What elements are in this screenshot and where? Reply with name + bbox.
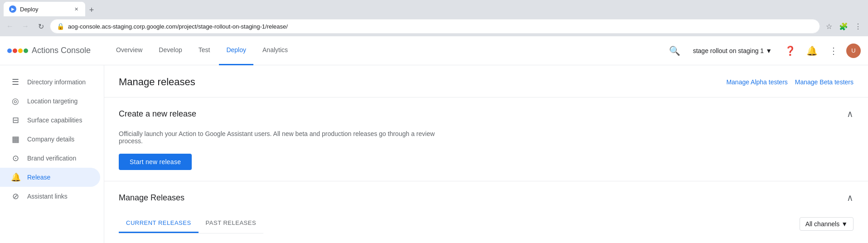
start-new-release-button[interactable]: Start new release: [119, 154, 192, 170]
table-header: Release name Channel Review status Modif…: [119, 237, 853, 243]
assistant-links-icon: ⊘: [11, 191, 20, 201]
release-tabs: CURRENT RELEASES PAST RELEASES: [119, 214, 263, 233]
sidebar-label-release: Release: [27, 174, 50, 181]
extensions-button[interactable]: 🧩: [837, 20, 850, 33]
google-logo: [7, 49, 28, 53]
g-red-dot: [13, 49, 17, 53]
tabs-row: CURRENT RELEASES PAST RELEASES All chann…: [119, 214, 853, 233]
tab-close-button[interactable]: ✕: [73, 5, 80, 13]
header-actions: Manage Alpha testers Manage Beta testers: [726, 78, 853, 86]
logo: Actions Console: [7, 46, 98, 55]
nav-overview[interactable]: Overview: [109, 36, 150, 65]
tab-past-releases[interactable]: PAST RELEASES: [199, 214, 264, 233]
manage-releases-section: Manage Releases ∧ CURRENT RELEASES PAST …: [104, 181, 868, 243]
company-icon: ▦: [11, 134, 20, 144]
channel-dropdown-icon: ▼: [841, 220, 848, 228]
browser-actions: ☆ 🧩 ⋮: [823, 20, 864, 33]
sidebar-label-brand: Brand verification: [27, 155, 76, 162]
create-release-body: Officially launch your Action to Google …: [104, 130, 868, 181]
tab-current-releases[interactable]: CURRENT RELEASES: [119, 214, 199, 233]
channel-selector[interactable]: All channels ▼: [800, 217, 853, 231]
brand-icon: ⊙: [11, 153, 20, 163]
address-bar-row: ← → ↻ 🔒 aog-console.acs-staging.corp.goo…: [0, 16, 868, 36]
app-name: Actions Console: [32, 46, 91, 55]
tab-favicon: ▶: [9, 5, 16, 13]
nav-deploy[interactable]: Deploy: [219, 36, 253, 65]
sidebar: ☰ Directory information ◎ Location targe…: [0, 65, 104, 243]
nav-right: 🔍 stage rollout on staging 1 ▼ ❓ 🔔 ⋮ U: [666, 42, 861, 60]
channel-selector-label: All channels: [805, 220, 840, 228]
sidebar-item-location[interactable]: ◎ Location targeting: [0, 92, 100, 111]
back-button[interactable]: ←: [4, 20, 16, 33]
project-selector[interactable]: stage rollout on staging 1 ▼: [688, 44, 777, 57]
more-button[interactable]: ⋮: [852, 20, 864, 33]
location-icon: ◎: [11, 96, 20, 106]
manage-beta-link[interactable]: Manage Beta testers: [795, 78, 853, 86]
app: Actions Console Overview Develop Test De…: [0, 36, 868, 243]
nav-test[interactable]: Test: [191, 36, 218, 65]
create-release-description: Officially launch your Action to Google …: [119, 130, 436, 145]
manage-releases-header: Manage Releases ∧: [119, 181, 853, 214]
page-title: Manage releases: [119, 76, 195, 88]
create-release-section: Create a new release ∧ Officially launch…: [104, 97, 868, 181]
forward-button[interactable]: →: [19, 20, 32, 33]
reload-button[interactable]: ↻: [34, 20, 47, 33]
directory-icon: ☰: [11, 77, 20, 87]
nav-analytics[interactable]: Analytics: [255, 36, 295, 65]
notifications-button[interactable]: 🔔: [803, 42, 821, 60]
g-green-dot: [24, 49, 28, 53]
page-header: Manage releases Manage Alpha testers Man…: [104, 65, 868, 97]
g-blue-dot: [7, 49, 12, 53]
sidebar-item-surface[interactable]: ⊟ Surface capabilities: [0, 111, 100, 130]
main-content: Manage releases Manage Alpha testers Man…: [104, 65, 868, 243]
help-button[interactable]: ❓: [781, 42, 799, 60]
search-button[interactable]: 🔍: [666, 42, 684, 60]
bookmark-button[interactable]: ☆: [823, 20, 835, 33]
manage-releases-chevron-icon: ∧: [847, 192, 853, 203]
sidebar-label-directory: Directory information: [27, 78, 86, 86]
sidebar-item-assistant-links[interactable]: ⊘ Assistant links: [0, 187, 100, 206]
surface-icon: ⊟: [11, 115, 20, 125]
sidebar-item-brand[interactable]: ⊙ Brand verification: [0, 149, 100, 168]
address-bar[interactable]: 🔒 aog-console.acs-staging.corp.google.co…: [50, 19, 820, 34]
project-dropdown-icon: ▼: [766, 47, 772, 54]
release-icon: 🔔: [11, 172, 20, 182]
sidebar-label-assistant-links: Assistant links: [27, 193, 68, 200]
content-layout: ☰ Directory information ◎ Location targe…: [0, 65, 868, 243]
more-options-button[interactable]: ⋮: [824, 42, 843, 60]
avatar[interactable]: U: [846, 44, 861, 58]
create-section-chevron-icon: ∧: [847, 108, 853, 119]
create-release-title: Create a new release: [119, 109, 196, 119]
sidebar-label-location: Location targeting: [27, 97, 78, 105]
manage-alpha-link[interactable]: Manage Alpha testers: [726, 78, 787, 86]
sidebar-item-release[interactable]: 🔔 Release: [0, 168, 100, 187]
main-nav: Overview Develop Test Deploy Analytics: [109, 36, 655, 65]
manage-releases-title: Manage Releases: [119, 193, 184, 203]
browser-tab-bar: ▶ Deploy ✕ +: [0, 0, 868, 16]
tab-title: Deploy: [20, 6, 38, 13]
sidebar-label-surface: Surface capabilities: [27, 117, 82, 124]
active-tab[interactable]: ▶ Deploy ✕: [4, 2, 85, 16]
sidebar-item-company[interactable]: ▦ Company details: [0, 130, 100, 149]
create-release-header[interactable]: Create a new release ∧: [104, 97, 868, 130]
nav-develop[interactable]: Develop: [151, 36, 189, 65]
lock-icon: 🔒: [57, 23, 64, 30]
sidebar-item-directory[interactable]: ☰ Directory information: [0, 73, 100, 92]
sidebar-label-company: Company details: [27, 136, 74, 143]
url-text: aog-console.acs-staging.corp.google.com/…: [68, 23, 288, 30]
project-name: stage rollout on staging 1: [693, 47, 764, 54]
new-tab-button[interactable]: +: [85, 4, 98, 16]
top-nav: Actions Console Overview Develop Test De…: [0, 36, 868, 65]
g-yellow-dot: [18, 49, 23, 53]
